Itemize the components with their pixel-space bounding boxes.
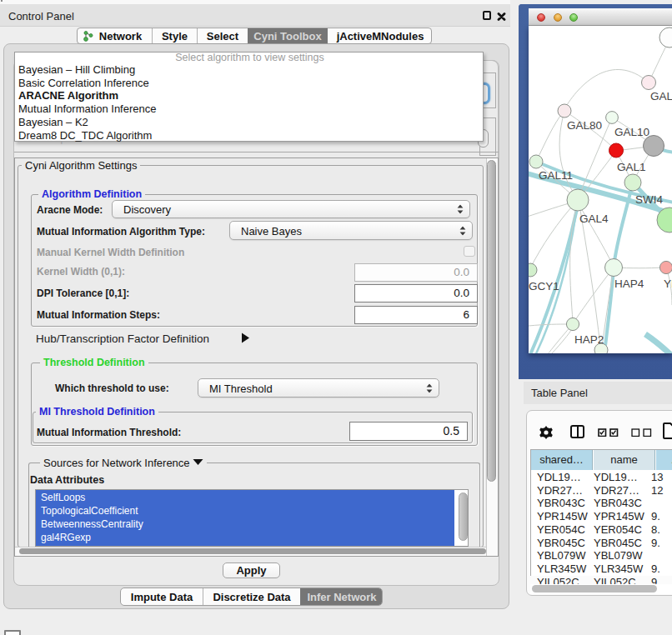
svg-text:SWI4: SWI4 (635, 193, 663, 206)
svg-text:GAL1: GAL1 (617, 161, 646, 173)
svg-text:GAL10: GAL10 (614, 126, 649, 138)
svg-text:HAP2: HAP2 (574, 333, 604, 346)
svg-text:YM: YM (664, 278, 672, 290)
svg-text:GAL80: GAL80 (567, 119, 602, 132)
svg-text:HAP4: HAP4 (614, 278, 644, 290)
svg-text:GAL11: GAL11 (539, 169, 573, 182)
svg-text:GAL4: GAL4 (579, 212, 609, 225)
svg-text:GCY1: GCY1 (529, 280, 559, 292)
svg-text:GAL7: GAL7 (650, 90, 672, 102)
